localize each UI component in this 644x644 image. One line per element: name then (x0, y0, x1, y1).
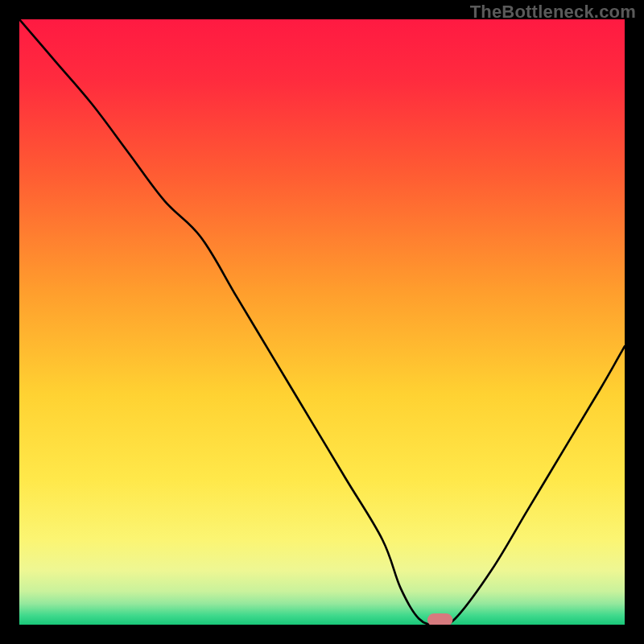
gradient-background (19, 19, 625, 625)
optimum-marker (427, 613, 453, 625)
chart-frame: TheBottleneck.com (0, 0, 644, 644)
watermark-text: TheBottleneck.com (470, 2, 636, 23)
bottleneck-chart (19, 19, 625, 625)
